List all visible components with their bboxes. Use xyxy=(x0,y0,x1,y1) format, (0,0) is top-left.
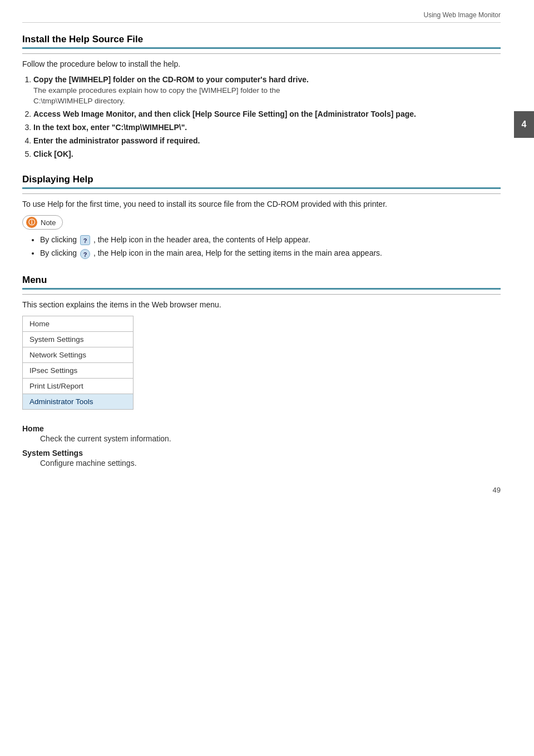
step-2: Access Web Image Monitor, and then click… xyxy=(33,110,501,118)
menu-intro: This section explains the items in the W… xyxy=(22,300,501,309)
step-5-bold: Click [OK]. xyxy=(33,150,73,158)
step-1-bold: Copy the [WIMHELP] folder on the CD-ROM … xyxy=(33,75,309,84)
subsection-home: Home Check the current system informatio… xyxy=(22,424,501,443)
bullet-1-prefix: By clicking xyxy=(40,235,79,244)
subsection-home-text: Check the current system information. xyxy=(40,434,501,443)
step-3-bold: In the text box, enter "C:\tmp\WIMHELP\"… xyxy=(33,123,187,132)
section-displaying-help: Displaying Help To use Help for the firs… xyxy=(22,174,501,259)
install-help-rule xyxy=(22,53,501,54)
install-help-intro: Follow the procedure below to install th… xyxy=(22,59,501,68)
step-1-sub-2: C:\tmp\WIMHELP directory. xyxy=(33,97,501,105)
chapter-tab-label: 4 xyxy=(522,120,527,130)
page-header: Using Web Image Monitor xyxy=(22,11,501,23)
menu-items-container: Home System Settings Network Settings IP… xyxy=(22,316,134,410)
page-number: 49 xyxy=(493,486,501,494)
steps-list: Copy the [WIMHELP] folder on the CD-ROM … xyxy=(33,75,501,158)
bullet-1-suffix: , the Help icon in the header area, the … xyxy=(93,235,310,244)
header-help-icon: ? xyxy=(80,235,90,245)
displaying-help-intro: To use Help for the first time, you need… xyxy=(22,200,501,208)
subsection-system-settings-label: System Settings xyxy=(22,449,501,457)
install-help-heading: Install the Help Source File xyxy=(22,34,501,49)
menu-heading: Menu xyxy=(22,275,501,290)
section-install-help: Install the Help Source File Follow the … xyxy=(22,34,501,158)
step-1: Copy the [WIMHELP] folder on the CD-ROM … xyxy=(33,75,501,105)
bullet-1: By clicking ? , the Help icon in the hea… xyxy=(40,235,501,245)
note-icon: ⓘ xyxy=(26,217,37,228)
bullet-2: By clicking ? , the Help icon in the mai… xyxy=(40,248,501,258)
menu-item-admin-tools[interactable]: Administrator Tools xyxy=(23,394,133,409)
displaying-help-rule xyxy=(22,193,501,194)
menu-item-network-settings[interactable]: Network Settings xyxy=(23,347,133,363)
note-box: ⓘ Note xyxy=(22,215,63,230)
chapter-tab: 4 xyxy=(514,111,534,138)
menu-item-ipsec-settings[interactable]: IPsec Settings xyxy=(23,363,133,379)
subsection-system-settings: System Settings Configure machine settin… xyxy=(22,449,501,467)
section-menu: Menu This section explains the items in … xyxy=(22,275,501,467)
menu-item-system-settings[interactable]: System Settings xyxy=(23,332,133,347)
menu-rule xyxy=(22,294,501,295)
note-label: Note xyxy=(41,218,56,227)
main-help-icon: ? xyxy=(80,249,90,259)
step-2-bold: Access Web Image Monitor, and then click… xyxy=(33,110,416,118)
bullet-2-prefix: By clicking xyxy=(40,248,79,257)
header-title: Using Web Image Monitor xyxy=(423,11,501,19)
subsection-home-label: Home xyxy=(22,424,501,433)
bullet-2-suffix: , the Help icon in the main area, Help f… xyxy=(93,248,382,257)
bullet-list: By clicking ? , the Help icon in the hea… xyxy=(40,235,501,259)
step-3: In the text box, enter "C:\tmp\WIMHELP\"… xyxy=(33,123,501,132)
page-wrapper: Using Web Image Monitor 4 Install the He… xyxy=(0,0,534,505)
subsection-system-settings-text: Configure machine settings. xyxy=(40,459,501,467)
displaying-help-heading: Displaying Help xyxy=(22,174,501,189)
step-4-bold: Enter the administrator password if requ… xyxy=(33,136,200,145)
step-4: Enter the administrator password if requ… xyxy=(33,136,501,145)
step-5: Click [OK]. xyxy=(33,150,501,158)
step-1-sub-1: The example procedures explain how to co… xyxy=(33,86,501,94)
menu-item-home[interactable]: Home xyxy=(23,316,133,332)
menu-item-print-list[interactable]: Print List/Report xyxy=(23,379,133,394)
